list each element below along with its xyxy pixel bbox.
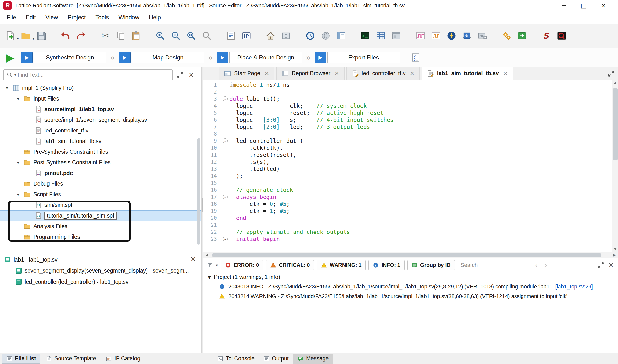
panel-splitter[interactable] (201, 67, 203, 353)
expand-icon[interactable] (597, 261, 605, 269)
tree-item-lab1-sim-tutorial-tb-sv[interactable]: lab1_sim_tutorial_tb.sv (0, 136, 201, 146)
redo-button[interactable] (75, 29, 88, 42)
code-line[interactable]: 13 .led(led) (203, 165, 612, 172)
code-line[interactable]: 3-module lab1_tb(); (203, 95, 612, 102)
questa-button[interactable] (555, 29, 568, 42)
code-line[interactable]: 15 (203, 179, 612, 186)
tree-item-tutorial-sim-tutorial-sim-spf[interactable]: tutorial_sim/tutorial_sim.spf (0, 210, 201, 221)
tree-item-input-files[interactable]: ▾Input Files (0, 93, 201, 104)
save-button[interactable] (35, 29, 48, 42)
close-icon[interactable]: × (503, 70, 508, 77)
scroll-up-icon[interactable]: ▲ (612, 81, 618, 85)
find-box[interactable]: ▾ (3, 69, 173, 80)
menu-help[interactable]: Help (145, 13, 165, 22)
tree-item-debug-files[interactable]: Debug Files (0, 178, 201, 189)
tree-item-source-impl-1-lab1-top-sv[interactable]: source/impl_1/lab1_top.sv (0, 104, 201, 115)
tree-item-script-files[interactable]: ▾Script Files (0, 189, 201, 200)
tab-report-browser[interactable]: Report Browser× (276, 67, 344, 79)
expander-icon[interactable]: ▾ (15, 96, 21, 101)
search-caret-icon[interactable]: ▾ (14, 73, 16, 77)
code-line[interactable]: 18 clk = 0; #5; (203, 200, 612, 207)
vertical-scrollbar[interactable]: ▲ ▼ (612, 80, 618, 252)
code-line[interactable]: 2 (203, 88, 612, 95)
paste-button[interactable] (130, 29, 143, 42)
info-filter-button[interactable]: INFO: 1 (368, 260, 404, 270)
zoom-out-button[interactable] (169, 29, 182, 42)
run-stage-button[interactable]: ▶ (315, 52, 326, 63)
new-button[interactable]: ▾ (4, 29, 17, 42)
message-group-header[interactable]: ▼ Project (1 warnings, 1 info) (203, 272, 618, 282)
code-line[interactable]: 21 (203, 221, 612, 228)
fold-marker-icon[interactable]: - (221, 237, 229, 241)
menu-project[interactable]: Project (63, 13, 90, 22)
scroll-left-icon[interactable]: ◀ (205, 253, 208, 257)
zoom-in-button[interactable] (154, 29, 167, 42)
tree-item-pinout-pdc[interactable]: pinout.pdc (0, 168, 201, 178)
message-link[interactable]: [lab1_top.sv:29] (555, 284, 593, 290)
power-calculator-button[interactable] (445, 29, 458, 42)
stage-button-synthesize-design[interactable]: Synthesize Design (34, 52, 106, 63)
close-icon[interactable]: × (607, 261, 615, 269)
fold-marker-icon[interactable]: - (221, 96, 229, 101)
task-list-button[interactable] (409, 51, 422, 64)
netlist-analyzer-button[interactable] (359, 29, 372, 42)
tree-scrollbar[interactable] (197, 138, 200, 245)
find-input[interactable] (18, 72, 170, 78)
start-page-button[interactable] (264, 29, 277, 42)
close-icon[interactable]: × (191, 255, 196, 263)
simulation-wizard-button[interactable] (429, 29, 443, 42)
tab-start-page[interactable]: Start Page× (219, 67, 275, 79)
cut-button[interactable]: ✂ (99, 29, 112, 42)
scroll-down-icon[interactable]: ▼ (612, 247, 618, 251)
expander-icon[interactable]: ▾ (15, 160, 21, 165)
horizontal-scrollbar[interactable]: ◀ ▶ (203, 252, 618, 258)
code-line[interactable]: 14 ); (203, 172, 612, 179)
expander-icon[interactable]: ▾ (15, 192, 21, 197)
archive-button[interactable] (279, 29, 292, 42)
tree-item-source-impl-1-seven-segment-display-sv[interactable]: source/impl_1/seven_segment_display.sv (0, 115, 201, 125)
code-line[interactable]: 8 (203, 130, 612, 137)
export-button[interactable] (515, 29, 528, 42)
close-icon[interactable]: × (409, 70, 415, 77)
tab-lab1-sim-tutorial-tb-sv[interactable]: lab1_sim_tutorial_tb.sv× (422, 67, 513, 80)
tree-item-programming-files[interactable]: Programming Files (0, 232, 201, 242)
tree-item-pre-synthesis-constraint-files[interactable]: Pre-Synthesis Constraint Files (0, 146, 201, 157)
hierarchy-item-lab1-lab1-top-sv[interactable]: lab1 - lab1_top.sv (0, 254, 201, 265)
group-by-id-button[interactable]: Group by ID (408, 260, 455, 270)
collapse-caret-icon[interactable]: ▼ (208, 274, 211, 280)
rename-input[interactable]: tutorial_sim/tutorial_sim.spf (44, 212, 117, 220)
fold-marker-icon[interactable]: - (221, 139, 229, 143)
zoom-fit-button[interactable] (185, 29, 198, 42)
code-line[interactable]: 17- always begin (203, 193, 612, 200)
device-explorer-button[interactable] (319, 29, 332, 42)
code-line[interactable]: 9- led_controller dut ( (203, 137, 612, 144)
menu-edit[interactable]: Edit (22, 13, 40, 22)
code-line[interactable]: 5 logic reset; // active high reset (203, 109, 612, 116)
code-line[interactable]: 10 .clk(clk), (203, 144, 612, 151)
spreadsheet-view-button[interactable] (374, 29, 387, 42)
programmer-button[interactable] (460, 29, 473, 42)
tab-led-controller-tf-v[interactable]: led_controller_tf.v× (346, 67, 420, 79)
scrollbar-thumb[interactable] (613, 88, 618, 160)
undo-button[interactable] (59, 29, 72, 42)
copy-button[interactable] (114, 29, 127, 42)
menu-window[interactable]: Window (114, 13, 143, 22)
close-button[interactable]: × (599, 2, 608, 9)
run-stage-button[interactable]: ▶ (119, 52, 131, 63)
expand-icon[interactable] (176, 71, 184, 78)
error-filter-button[interactable]: ERROR: 0 (221, 260, 263, 270)
waveform-viewer-button[interactable] (414, 29, 427, 42)
code-line[interactable]: 4 logic clk; // system clock (203, 102, 612, 109)
message-search-input[interactable] (458, 260, 530, 270)
menu-file[interactable]: File (2, 13, 21, 22)
code-line[interactable]: 7 logic [2:0] led; // 3 output leds (203, 123, 612, 130)
close-icon[interactable]: × (188, 71, 195, 78)
run-all-button[interactable]: ▶ (6, 51, 14, 64)
maximize-button[interactable]: □ (579, 2, 589, 9)
critical-filter-button[interactable]: CRITICAL: 0 (266, 260, 314, 270)
code-line[interactable]: 1`timescale 1 ns/1 ns (203, 81, 612, 88)
close-icon[interactable]: × (334, 70, 340, 77)
code-line[interactable]: 20 end (203, 214, 612, 221)
expander-icon[interactable]: ▾ (4, 86, 10, 91)
scrollbar-thumb[interactable] (212, 253, 601, 257)
